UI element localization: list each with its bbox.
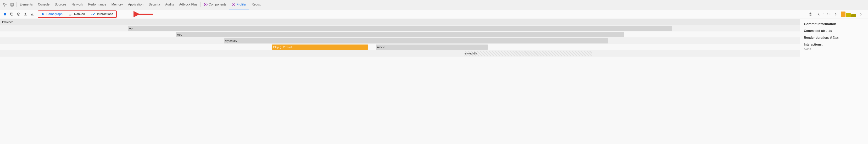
tab-network[interactable]: Network [69, 0, 86, 9]
tab-adblock[interactable]: Adblock Plus [177, 0, 200, 9]
flamegraph-icon [41, 12, 44, 16]
svg-point-5 [233, 4, 234, 5]
flame-row-styled2[interactable]: styled.div [0, 50, 800, 57]
toolbar-right: 1 / 3 [807, 11, 864, 18]
tab-redux[interactable]: Redux [249, 0, 264, 9]
gear-icon [809, 12, 812, 16]
flame-block-styled1[interactable]: styled.div [224, 38, 608, 44]
profiler-icon [232, 3, 235, 6]
committed-at-row: Committed at: 1.4s [804, 29, 864, 33]
flame-row-app2[interactable]: App [0, 31, 800, 38]
tab-separator-1 [16, 2, 17, 7]
tab-performance[interactable]: Performance [86, 0, 109, 9]
interactions-value: None [804, 48, 811, 51]
commit-bar-3[interactable] [851, 14, 856, 17]
clear-button[interactable] [15, 11, 22, 18]
commit-info-title: Commit information [804, 22, 864, 26]
upload-button[interactable] [22, 11, 29, 18]
flame-block-article[interactable]: Article [376, 45, 488, 50]
main-content: Provider App App styled.div Clap (0.2ms … [0, 19, 868, 144]
tab-sources[interactable]: Sources [52, 0, 69, 9]
next-arrow-button[interactable] [858, 11, 864, 18]
ranked-icon [69, 12, 73, 16]
svg-point-3 [205, 4, 206, 5]
provider-row: Provider [0, 19, 800, 25]
view-separator-2 [88, 12, 88, 16]
right-arrow-icon [860, 12, 862, 16]
flamegraph-view-button[interactable]: Flamegraph [39, 11, 65, 17]
commit-slash: / [826, 12, 829, 16]
interactions-label: Interactions: [804, 43, 823, 46]
record-icon [3, 12, 7, 16]
red-arrow [133, 10, 154, 18]
tab-components[interactable]: Components [201, 0, 229, 9]
flame-block-styled2[interactable]: styled.div [464, 51, 592, 56]
upload-icon [24, 12, 27, 16]
devtools-tab-bar: Elements Console Sources Network Perform… [0, 0, 868, 9]
prev-commit-button[interactable] [815, 11, 822, 18]
inspect-icon[interactable] [1, 1, 8, 8]
commit-current: 1 [823, 12, 825, 16]
chevron-right-icon [835, 12, 837, 16]
flame-block-app2[interactable]: App [176, 32, 624, 37]
flamegraph-area[interactable]: Provider App App styled.div Clap (0.2ms … [0, 19, 800, 144]
download-button[interactable] [29, 11, 36, 18]
tab-application[interactable]: Application [125, 0, 146, 9]
chevron-left-icon [817, 12, 820, 16]
provider-label: Provider [2, 21, 13, 24]
interactions-view-button[interactable]: Interactions [89, 11, 115, 17]
render-duration-value: 0.5ms [830, 36, 839, 39]
tab-security[interactable]: Security [146, 0, 162, 9]
tab-memory[interactable]: Memory [109, 0, 125, 9]
tab-console[interactable]: Console [35, 0, 52, 9]
ranked-view-button[interactable]: Ranked [67, 11, 87, 17]
tab-separator-2 [200, 2, 201, 7]
profiler-toolbar: Flamegraph Ranked Interactions [0, 9, 868, 19]
committed-at-value: 1.4s [826, 29, 832, 33]
svg-point-6 [4, 13, 6, 16]
commit-bar-1[interactable] [841, 11, 845, 17]
commit-nav: 1 / 3 [815, 11, 839, 18]
flame-block-app1[interactable]: App [128, 26, 672, 31]
tab-profiler[interactable]: Profiler [229, 0, 249, 9]
reload-button[interactable] [8, 11, 15, 18]
record-button[interactable] [2, 11, 8, 18]
reload-icon [10, 12, 13, 16]
flame-row-app1[interactable]: App [0, 25, 800, 31]
render-duration-label: Render duration: [804, 36, 829, 39]
components-icon [204, 3, 208, 6]
interactions-icon [91, 13, 96, 16]
tab-elements[interactable]: Elements [17, 0, 35, 9]
view-separator-1 [66, 12, 66, 16]
tab-audits[interactable]: Audits [162, 0, 177, 9]
flame-row-styled1[interactable]: styled.div [0, 38, 800, 44]
settings-button[interactable] [807, 11, 814, 18]
commit-total: 3 [830, 12, 831, 16]
committed-at-label: Committed at: [804, 29, 825, 33]
clear-icon [17, 12, 21, 16]
flame-block-clap[interactable]: Clap (0.2ms of ... [272, 45, 368, 50]
commit-info-panel: Commit information Committed at: 1.4s Re… [800, 19, 868, 144]
render-duration-row: Render duration: 0.5ms [804, 35, 864, 40]
svg-point-8 [810, 13, 811, 15]
commit-bar-2[interactable] [846, 13, 851, 17]
interactions-row: Interactions: None [804, 42, 864, 52]
download-icon [30, 12, 34, 16]
next-commit-button[interactable] [832, 11, 839, 18]
commit-bars[interactable] [841, 11, 856, 17]
flame-row-clap-article[interactable]: Clap (0.2ms of ... Article [0, 44, 800, 50]
view-buttons-group: Flamegraph Ranked Interactions [38, 10, 117, 18]
svg-rect-1 [11, 4, 13, 5]
device-icon[interactable] [8, 1, 16, 8]
